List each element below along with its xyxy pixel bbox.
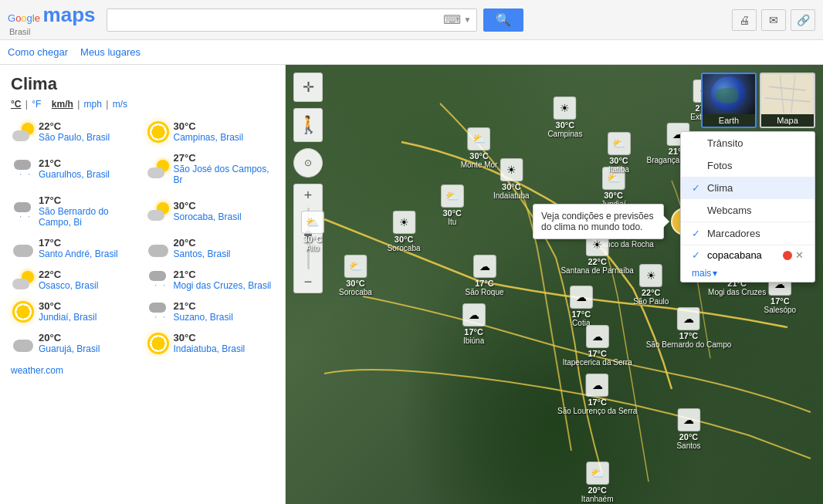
weather-city-link[interactable]: Guarulhos, Brasil [39, 169, 110, 180]
map-weather-pin[interactable]: ☀ 30°C Sorocaba [388, 211, 421, 252]
search-button[interactable]: 🔍 [483, 8, 523, 32]
map-weather-pin[interactable]: ☀ 22°C São Paulo [633, 264, 669, 306]
menu-item-marcadores[interactable]: ✓ Marcadores [681, 222, 815, 245]
search-dropdown-arrow[interactable]: ▼ [464, 15, 472, 24]
copa-check: ✓ [692, 249, 703, 261]
menu-item-webcams[interactable]: Webcams [681, 199, 815, 222]
menu-item-transito[interactable]: Trânsito [681, 132, 815, 154]
layer-menu: Trânsito Fotos ✓ Clima Webcams ✓ Marcado… [680, 131, 815, 282]
pin-temp: 30°C [303, 235, 323, 244]
weather-city-link[interactable]: Santo André, Brasil [39, 249, 118, 259]
unit-celsius[interactable]: °C [11, 99, 21, 110]
weather-temp: 30°C [39, 300, 97, 312]
weather-temp: 17°C [39, 194, 138, 206]
weather-city-link[interactable]: São Bernardo do Campo, Bi [39, 206, 138, 228]
map-weather-pin[interactable]: ☁ 17°C São Lourenço da Serra [557, 374, 637, 415]
map-weather-pin[interactable]: ☁ 17°C Cotia [570, 286, 593, 327]
pin-icon: ⛅ [441, 184, 464, 208]
menu-item-copa: ✓ copacabana ✕ [681, 245, 815, 265]
menu-webcams-label: Webcams [707, 205, 752, 216]
weather-info: 30°C Sorocaba, Brasil [174, 200, 242, 222]
mais-arrow: ▾ [713, 268, 717, 279]
pin-temp: 30°C [346, 279, 365, 288]
weather-temp: 20°C [39, 332, 100, 343]
email-button[interactable]: ✉ [761, 9, 786, 31]
unit-ms[interactable]: m/s [113, 99, 127, 110]
map-weather-pin[interactable]: ☁ 17°C São Bernardo do Campo [646, 307, 732, 349]
menu-item-clima[interactable]: ✓ Clima [681, 177, 815, 199]
weather-city-link[interactable]: Osasco, Brasil [39, 280, 98, 291]
weather-info: 17°C Santo André, Brasil [39, 237, 118, 259]
weather-city-link[interactable]: Suzano, Brasil [174, 312, 233, 323]
weather-temp: 27°C [174, 152, 273, 164]
unit-fahrenheit[interactable]: °F [32, 99, 41, 110]
street-view-button[interactable]: 🚶 [293, 108, 323, 142]
weather-list-item: ・・ 21°C Guarulhos, Brasil [11, 149, 140, 188]
map-weather-pin[interactable]: ⛅ 30°C Sorocaba [339, 255, 372, 296]
weather-city-link[interactable]: Sorocaba, Brasil [174, 211, 242, 222]
weather-city-link[interactable]: Indaiatuba, Brasil [174, 343, 246, 354]
weather-city-link[interactable]: Mogi das Cruzes, Brasil [174, 280, 272, 291]
unit-kmh[interactable]: km/h [52, 99, 73, 110]
map-weather-pin[interactable]: ⛅ 30°C Itu [441, 184, 464, 226]
weather-info: 20°C Guarujá, Brasil [39, 332, 100, 354]
pin-icon: ☁ [473, 255, 496, 278]
zoom-in-button[interactable]: + [294, 184, 322, 206]
zoom-out-button[interactable]: − [294, 271, 322, 293]
navbar: Como chegar Meus lugares [0, 40, 823, 65]
weather-list-item: ・・ 17°C São Bernardo do Campo, Bi [11, 191, 140, 231]
unit-mph[interactable]: mph [84, 99, 102, 110]
map-weather-pin[interactable]: ⛅ 30°C Alto [301, 211, 324, 252]
logo: Google maps [8, 3, 96, 27]
nav-compass[interactable]: ✛ [293, 73, 323, 102]
map-weather-pin[interactable]: ⛅ 20°C Itanhaém [581, 462, 614, 503]
pin-city: Santos [676, 441, 700, 450]
pin-city: Salesópo [764, 306, 796, 314]
pin-city: Indaiatuba [493, 191, 530, 200]
weather-city-link[interactable]: Santos, Brasil [174, 249, 231, 259]
map-weather-pin[interactable]: ☁ 17°C Itapecerica da Serra [563, 325, 632, 367]
nav-como-chegar[interactable]: Como chegar [8, 46, 68, 58]
weather-city-link[interactable]: São José dos Campos, Br [174, 164, 273, 185]
link-button[interactable]: 🔗 [791, 9, 815, 31]
partly-cloudy-icon [147, 201, 169, 222]
weather-grid: 22°C São Paulo, Brasil 30°C Campinas, Br… [11, 117, 274, 357]
map-weather-pin[interactable]: ☁ 20°C Santos [676, 408, 700, 450]
map-weather-pin[interactable]: ☁ 17°C São Roque [465, 255, 503, 296]
map-circle-button[interactable]: ⊙ [293, 148, 323, 178]
map-weather-pin[interactable]: ⛅ 30°C Monte Mor [461, 127, 498, 169]
weather-list-item: 20°C Guarujá, Brasil [11, 329, 140, 357]
copa-close[interactable]: ✕ [795, 249, 804, 261]
weather-city-link[interactable]: Jundiaí, Brasil [39, 312, 97, 323]
weather-list-item: 27°C São José dos Campos, Br [146, 149, 275, 188]
map-weather-pin[interactable]: ☀ 30°C Campinas [547, 96, 582, 138]
search-input[interactable] [112, 14, 443, 26]
pin-city: Ibiúna [463, 337, 484, 345]
map-area[interactable]: ✛ 🚶 ⊙ + − ☀ 30°C Campinas ⛅ 30°C Monte M… [286, 65, 823, 504]
map-weather-pin[interactable]: ⛅ 30°C Itatiba [608, 132, 631, 174]
keyboard-icon[interactable]: ⌨ [443, 12, 461, 27]
menu-item-fotos[interactable]: Fotos [681, 154, 815, 177]
webcams-check [692, 205, 703, 216]
weather-list-item: 30°C Jundiaí, Brasil [11, 297, 140, 326]
weather-temp: 21°C [39, 157, 110, 169]
clima-check: ✓ [692, 182, 703, 194]
pin-icon: ⛅ [301, 211, 324, 234]
mais-link[interactable]: mais ▾ [681, 265, 815, 282]
weather-city-link[interactable]: Campinas, Brasil [174, 132, 244, 143]
cloudy-icon [12, 333, 34, 354]
weather-city-link[interactable]: Guarujá, Brasil [39, 343, 100, 354]
view-earth[interactable]: Earth [701, 73, 757, 128]
weather-city-link[interactable]: São Paulo, Brasil [39, 132, 110, 143]
copa-dot-red[interactable] [783, 251, 792, 260]
weather-source-link[interactable]: weather.com [11, 365, 274, 376]
map-weather-pin[interactable]: ☁ 17°C Ibiúna [462, 303, 486, 345]
weather-temp: 22°C [39, 120, 110, 132]
view-mapa[interactable]: Mapa [760, 73, 815, 128]
partly-cloudy-icon [147, 158, 169, 180]
nav-meus-lugares[interactable]: Meus lugares [80, 46, 141, 58]
pin-temp: 22°C [642, 288, 661, 297]
pin-icon: ☁ [677, 408, 700, 431]
print-button[interactable]: 🖨 [732, 9, 757, 31]
map-weather-pin[interactable]: ☀ 30°C Indaiatuba [493, 158, 530, 200]
